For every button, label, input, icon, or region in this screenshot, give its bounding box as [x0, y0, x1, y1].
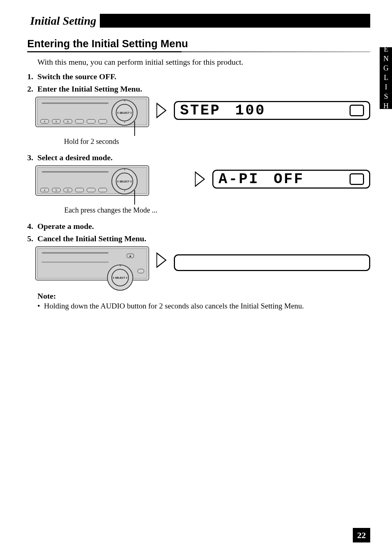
step-number: 4.	[27, 222, 37, 231]
preset-button-blank	[87, 188, 95, 192]
lcd-display-blank	[174, 254, 370, 271]
note-block: Note: • Holding down the AUDIO button fo…	[37, 291, 370, 311]
arrow-icon	[156, 102, 167, 118]
step-number: 1.	[27, 72, 37, 81]
select-label: SELECT	[116, 173, 133, 190]
lcd-text: A-PI	[219, 171, 259, 187]
lcd-display: A-PI OFF	[212, 170, 370, 189]
preset-button: 5	[52, 188, 61, 192]
note-label: Note:	[37, 291, 370, 301]
chapter-title-bar: Initial Setting	[27, 14, 370, 28]
preset-button: 5	[52, 119, 61, 124]
arrow-icon	[156, 252, 167, 268]
step-3: 3. Select a desired mode.	[27, 153, 370, 162]
lcd-text: OFF	[274, 171, 304, 187]
page-number: 22	[353, 528, 370, 542]
section-underline	[27, 51, 370, 52]
step-text: Cancel the Initial Setting Menu.	[37, 234, 146, 243]
chapter-title: Initial Setting	[27, 14, 100, 28]
preset-button-row: 4 5 6	[40, 188, 107, 192]
step-text: Switch the source OFF.	[37, 72, 117, 81]
lcd-indicator-icon	[350, 173, 364, 185]
preset-button-blank	[98, 119, 107, 124]
dial-down-icon: ˅	[124, 190, 126, 194]
callout-line	[134, 190, 135, 205]
step-4: 4. Operate a mode.	[27, 222, 370, 231]
control-dial: ˄ SELECT	[107, 265, 133, 291]
step-2: 2. Enter the Initial Setting Menu.	[27, 84, 370, 94]
figure-row-step3: 4 5 6 ˄ SELECT ˅ Each press changes the …	[35, 165, 370, 219]
preset-button: 4	[40, 119, 49, 124]
step-text: Enter the Initial Setting Menu.	[37, 84, 142, 94]
arrow-icon	[195, 171, 205, 187]
section-intro: With this menu, you can perform initial …	[37, 57, 370, 67]
control-dial: ˄ SELECT ˅	[111, 100, 138, 126]
figure-row-step5: ▲ ˄ SELECT	[35, 246, 370, 280]
eject-button-icon: ▲	[127, 254, 134, 258]
note-text: Holding down the AUDIO button for 2 seco…	[44, 302, 304, 311]
preset-button-blank	[75, 188, 84, 192]
side-button	[138, 269, 144, 273]
select-label: SELECT	[111, 269, 129, 286]
preset-button: 6	[64, 119, 72, 124]
preset-button: 6	[64, 188, 72, 192]
figure-row-step2: 4 5 6 ˄ SELECT ˅ Hold for 2 seconds STEP…	[35, 97, 370, 151]
note-item: • Holding down the AUDIO button for 2 se…	[37, 302, 370, 311]
device-slot	[42, 252, 109, 254]
step-number: 3.	[27, 153, 37, 162]
preset-button-row: 4 5 6	[40, 119, 107, 124]
dial-up-icon: ˄	[119, 265, 121, 269]
chapter-title-bar-fill	[100, 14, 370, 28]
device-illustration: ▲ ˄ SELECT	[35, 246, 149, 280]
lcd-text: 100	[235, 102, 266, 119]
section-title: Entering the Initial Setting Menu	[27, 38, 370, 50]
device-slot	[42, 102, 109, 104]
language-tab: ENGLISH	[380, 47, 392, 109]
step-text: Operate a mode.	[37, 222, 94, 231]
step-text: Select a desired mode.	[37, 153, 113, 162]
preset-button: 4	[40, 188, 49, 192]
step-number: 2.	[27, 84, 37, 94]
step-5: 5. Cancel the Initial Setting Menu.	[27, 234, 370, 243]
step-number: 5.	[27, 234, 37, 243]
lcd-display: STEP 100	[174, 101, 370, 120]
callout-line	[134, 121, 135, 136]
control-dial: ˄ SELECT ˅	[111, 168, 138, 194]
bullet-icon: •	[37, 302, 44, 311]
preset-button-blank	[75, 119, 84, 124]
dial-up-icon: ˄	[124, 169, 126, 173]
preset-button-blank	[98, 188, 107, 192]
device-illustration: 4 5 6 ˄ SELECT ˅	[35, 97, 149, 127]
section-heading: Entering the Initial Setting Menu	[27, 38, 370, 52]
dial-down-icon: ˅	[124, 121, 126, 125]
lcd-text: STEP	[180, 102, 221, 119]
device-illustration: 4 5 6 ˄ SELECT ˅	[35, 165, 149, 196]
callout-hold: Hold for 2 seconds	[35, 137, 148, 146]
callout-press: Each press changes the Mode ...	[64, 206, 188, 214]
device-slot	[42, 171, 109, 173]
device-line	[42, 262, 109, 263]
dial-up-icon: ˄	[124, 100, 126, 104]
select-label: SELECT	[116, 104, 133, 121]
step-1: 1. Switch the source OFF.	[27, 72, 370, 81]
lcd-indicator-icon	[350, 105, 364, 116]
preset-button-blank	[87, 119, 95, 124]
